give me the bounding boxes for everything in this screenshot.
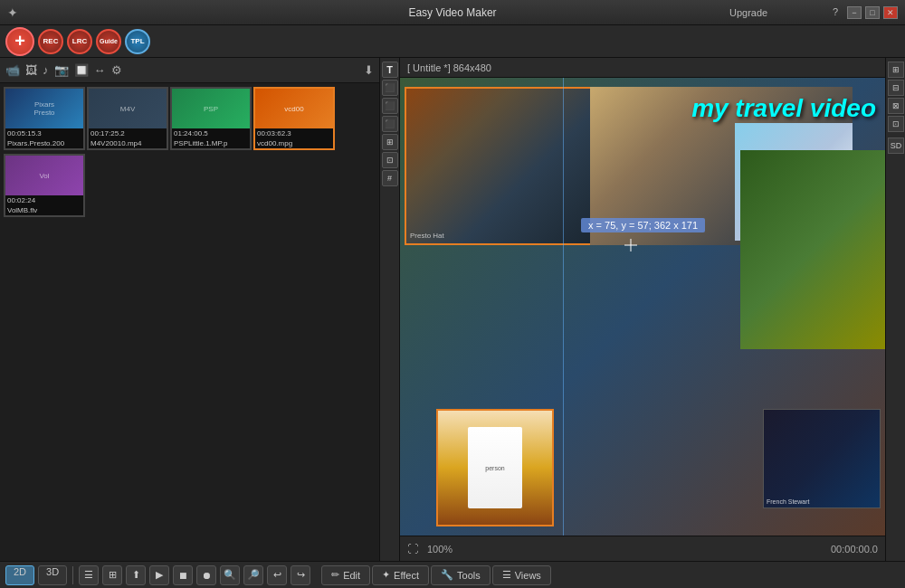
media-item[interactable]: PSP 01:24:00.5 PSPLittle.1.MP.p xyxy=(170,87,252,150)
frame-icon[interactable]: ⊡ xyxy=(382,152,398,168)
layout-icon-3[interactable]: ⊠ xyxy=(888,98,904,114)
tab-edit[interactable]: ✏Edit xyxy=(321,565,370,585)
preview-area[interactable]: Presto Hat sky scene my travel video x =… xyxy=(400,78,885,536)
photo-icon[interactable]: 📷 xyxy=(54,63,69,77)
hash-icon[interactable]: # xyxy=(382,170,398,186)
align-center-icon[interactable]: ⬛ xyxy=(382,98,398,114)
layout-icon-4[interactable]: ⊡ xyxy=(888,116,904,132)
preview-clip-4[interactable]: French Stewart xyxy=(763,409,881,508)
help-label[interactable]: ? xyxy=(833,6,838,19)
thumb-preview: PixarsPresto xyxy=(5,89,83,128)
main-toolbar: + REC LRC Guide TPL xyxy=(0,25,905,58)
fullscreen-icon[interactable]: ⛶ xyxy=(407,543,418,555)
minimize-button[interactable]: − xyxy=(847,6,862,19)
app-title: Easy Video Maker xyxy=(408,6,496,19)
media-toolbar: 📹 🖼 ♪ 📷 🔲 ↔ ⚙ ⬇ xyxy=(0,58,379,83)
timeline-toolbar: 2D 3D ☰ ⊞ ⬆ ▶ ⏹ ⏺ 🔍 🔎 ↩ ↪ ✏Edit ✦Effect … xyxy=(0,562,905,588)
grid-view-icon[interactable]: ⊞ xyxy=(102,565,122,585)
main-content: 📹 🖼 ♪ 📷 🔲 ↔ ⚙ ⬇ PixarsPresto 00:05:15.3 … xyxy=(0,58,905,561)
media-item[interactable]: M4V 00:17:25.2 M4V20010.mp4 xyxy=(87,87,168,150)
grid-icon[interactable]: ⊞ xyxy=(382,134,398,150)
plugin-icon[interactable]: ⚙ xyxy=(111,63,122,77)
tab-views[interactable]: ☰Views xyxy=(492,565,551,585)
mode-3d-button[interactable]: 3D xyxy=(38,565,67,585)
text-tool-icon[interactable]: T xyxy=(382,62,398,78)
titlebar-left: ✦ Upgrade xyxy=(7,5,767,20)
layout-icon-1[interactable]: ⊞ xyxy=(888,62,904,78)
thumb-preview: M4V xyxy=(89,89,167,128)
thumb-time: 01:24:00.5 xyxy=(172,128,250,138)
upload-icon[interactable]: ⬆ xyxy=(126,565,146,585)
guide-button[interactable]: Guide xyxy=(96,29,121,54)
lrc-button[interactable]: LRC xyxy=(67,29,92,54)
timeline-area: 2D 3D ☰ ⊞ ⬆ ▶ ⏹ ⏺ 🔍 🔎 ↩ ↪ ✏Edit ✦Effect … xyxy=(0,561,905,588)
tab-effect[interactable]: ✦Effect xyxy=(372,565,429,585)
media-grid: PixarsPresto 00:05:15.3 Pixars.Presto.20… xyxy=(0,83,379,561)
mode-2d-button[interactable]: 2D xyxy=(5,565,34,585)
crosshair-cursor xyxy=(624,239,635,250)
video-icon[interactable]: 📹 xyxy=(5,63,20,77)
thumb-preview: PSP xyxy=(172,89,250,128)
preview-header: [ Untitle *] 864x480 xyxy=(400,58,885,78)
thumb-time: 00:02:24 xyxy=(5,195,83,205)
rec-button[interactable]: REC xyxy=(38,29,63,54)
align-left-icon[interactable]: ⬛ xyxy=(382,80,398,96)
preview-canvas: Presto Hat sky scene my travel video x =… xyxy=(400,78,885,536)
preview-sidebar: ⊞ ⊟ ⊠ ⊡ SD xyxy=(885,58,905,561)
stop-icon[interactable]: ⏹ xyxy=(173,565,193,585)
zoom-in-icon[interactable]: 🔎 xyxy=(243,565,263,585)
media-item[interactable]: vcd00 00:03:62.3 vcd00.mpg xyxy=(253,87,335,150)
record-icon[interactable]: ⏺ xyxy=(196,565,216,585)
zoom-level: 100% xyxy=(427,544,459,555)
edit-icon: ✏ xyxy=(331,569,339,581)
media-item[interactable]: PixarsPresto 00:05:15.3 Pixars.Presto.20… xyxy=(4,87,85,150)
preview-controls: ⛶ 100% 00:00:00.0 xyxy=(400,536,885,561)
effects-icon[interactable]: 🔲 xyxy=(74,63,89,77)
thumb-name: VolMB.flv xyxy=(5,205,83,215)
layout-icon-5[interactable]: SD xyxy=(888,138,904,154)
image-icon[interactable]: 🖼 xyxy=(25,63,37,77)
maximize-button[interactable]: □ xyxy=(865,6,880,19)
audio-icon[interactable]: ♪ xyxy=(43,63,49,77)
thumb-preview: Vol xyxy=(5,156,83,195)
tpl-button[interactable]: TPL xyxy=(125,29,150,54)
project-label: [ Untitle *] 864x480 xyxy=(407,62,491,73)
preview-clip-3[interactable]: person xyxy=(436,409,554,526)
thumb-time: 00:05:15.3 xyxy=(5,128,83,138)
divider xyxy=(72,566,73,584)
thumb-time: 00:03:62.3 xyxy=(255,128,333,138)
left-panel: 📹 🖼 ♪ 📷 🔲 ↔ ⚙ ⬇ PixarsPresto 00:05:15.3 … xyxy=(0,58,380,561)
thumb-preview: vcd00 xyxy=(255,89,333,128)
close-button[interactable]: ✕ xyxy=(883,6,898,19)
thumb-name: Pixars.Presto.200 xyxy=(5,138,83,148)
preview-title-text: my travel video xyxy=(691,94,876,123)
preview-clip-1[interactable]: Presto Hat xyxy=(405,87,604,245)
views-icon: ☰ xyxy=(502,569,511,581)
add-button[interactable]: + xyxy=(5,27,34,56)
preview-clip-5[interactable] xyxy=(740,150,885,349)
align-right-icon[interactable]: ⬛ xyxy=(382,116,398,132)
redo-icon[interactable]: ↪ xyxy=(291,565,310,585)
thumb-name: PSPLittle.1.MP.p xyxy=(172,138,250,148)
app-icon: ✦ xyxy=(7,5,18,20)
list-view-icon[interactable]: ☰ xyxy=(79,565,99,585)
coord-display: x = 75, y = 57; 362 x 171 xyxy=(581,218,705,232)
media-item[interactable]: Vol 00:02:24 VolMB.flv xyxy=(4,154,85,217)
layout-icon-2[interactable]: ⊟ xyxy=(888,80,904,96)
titlebar-controls: ? − □ ✕ xyxy=(833,6,898,19)
thumb-name: M4V20010.mp4 xyxy=(89,138,167,148)
undo-icon[interactable]: ↩ xyxy=(267,565,287,585)
transition-icon[interactable]: ↔ xyxy=(94,63,106,77)
play-icon[interactable]: ▶ xyxy=(149,565,169,585)
time-display: 00:00:00.0 xyxy=(831,544,878,555)
tab-tools[interactable]: 🔧Tools xyxy=(431,565,491,585)
zoom-out-icon[interactable]: 🔍 xyxy=(220,565,240,585)
preview-left-toolbar: T ⬛ ⬛ ⬛ ⊞ ⊡ # xyxy=(380,58,400,561)
download-icon[interactable]: ⬇ xyxy=(364,63,374,77)
titlebar: ✦ Upgrade Easy Video Maker ? − □ ✕ xyxy=(0,0,905,25)
thumb-time: 00:17:25.2 xyxy=(89,128,167,138)
upgrade-label[interactable]: Upgrade xyxy=(729,7,767,18)
preview-panel: [ Untitle *] 864x480 Presto Hat sky sce xyxy=(400,58,885,561)
tools-icon: 🔧 xyxy=(441,569,453,581)
thumb-name: vcd00.mpg xyxy=(255,138,333,148)
